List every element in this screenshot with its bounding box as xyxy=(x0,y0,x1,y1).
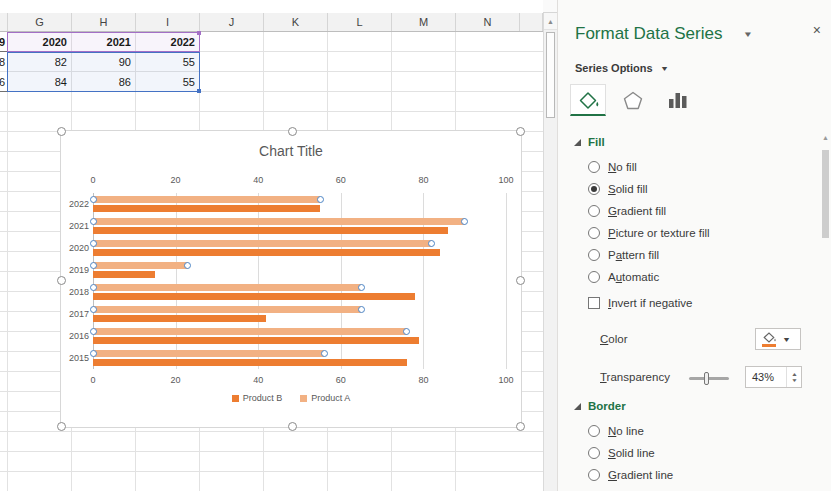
chart-resize-handle[interactable] xyxy=(288,422,297,431)
spin-down-icon[interactable]: ▼ xyxy=(791,378,798,383)
close-icon[interactable]: × xyxy=(813,22,821,38)
bar-product-a-2018[interactable] xyxy=(93,284,361,291)
data-point-handle[interactable] xyxy=(358,306,365,313)
cell[interactable]: 82 xyxy=(8,52,72,72)
radio-no-line[interactable]: No line xyxy=(558,420,819,442)
bar-product-b-2020[interactable] xyxy=(93,249,440,256)
bar-product-b-2022[interactable] xyxy=(93,205,320,212)
tab-series-options[interactable] xyxy=(660,84,696,116)
cell[interactable]: 84 xyxy=(8,72,72,92)
bar-product-b-2018[interactable] xyxy=(93,293,415,300)
data-point-handle[interactable] xyxy=(90,328,97,335)
transparency-spinner[interactable]: 43% ▲ ▼ xyxy=(745,366,802,388)
chart-resize-handle[interactable] xyxy=(57,127,66,136)
fill-section-header[interactable]: Fill xyxy=(574,136,819,148)
pane-scrollbar-thumb[interactable] xyxy=(822,150,829,238)
chevron-down-icon[interactable]: ▼ xyxy=(782,336,791,343)
chart-resize-handle[interactable] xyxy=(516,276,525,285)
data-point-handle[interactable] xyxy=(461,218,468,225)
scroll-up-icon[interactable]: ▲ xyxy=(821,134,830,146)
scrollbar-thumb[interactable] xyxy=(546,32,555,118)
bar-product-a-2021[interactable] xyxy=(93,218,465,225)
bar-product-b-2016[interactable] xyxy=(93,337,419,344)
data-point-handle[interactable] xyxy=(358,284,365,291)
radio-no-fill[interactable]: No fill xyxy=(558,156,819,178)
cell[interactable]: 90 xyxy=(72,52,136,72)
bar-product-a-2015[interactable] xyxy=(93,350,324,357)
bar-product-b-2021[interactable] xyxy=(93,227,448,234)
radio-solid-fill[interactable]: Solid fill xyxy=(558,178,819,200)
transparency-slider[interactable] xyxy=(689,372,729,385)
radio-gradient-line[interactable]: Gradient line xyxy=(558,464,819,486)
data-point-handle[interactable] xyxy=(403,328,410,335)
pane-scrollbar[interactable]: ▲ xyxy=(821,134,830,491)
radio-pattern-fill[interactable]: Pattern fill xyxy=(558,244,819,266)
data-point-handle[interactable] xyxy=(321,350,328,357)
bar-product-b-2019[interactable] xyxy=(93,271,155,278)
series-options-row[interactable]: Series Options ▼ xyxy=(575,62,668,74)
radio-circle[interactable] xyxy=(588,469,600,481)
cell[interactable]: 2020 xyxy=(8,32,72,52)
radio-circle[interactable] xyxy=(588,205,600,217)
tab-fill-line[interactable] xyxy=(570,84,606,116)
fill-color-button[interactable]: ▼ xyxy=(755,328,801,350)
data-point-handle[interactable] xyxy=(184,262,191,269)
cell[interactable]: 55 xyxy=(136,52,200,72)
data-point-handle[interactable] xyxy=(90,262,97,269)
data-point-handle[interactable] xyxy=(428,240,435,247)
radio-circle[interactable] xyxy=(588,227,600,239)
data-point-handle[interactable] xyxy=(317,196,324,203)
bar-product-a-2020[interactable] xyxy=(93,240,432,247)
cell[interactable]: 2022 xyxy=(136,32,200,52)
radio-circle[interactable] xyxy=(588,425,600,437)
bar-product-b-2015[interactable] xyxy=(93,359,407,366)
chart-object[interactable]: Chart Title Product BProduct A 002020404… xyxy=(60,130,522,428)
checkbox[interactable] xyxy=(588,297,600,309)
radio-circle[interactable] xyxy=(588,447,600,459)
radio-automatic[interactable]: Automatic xyxy=(558,266,819,288)
chart-resize-handle[interactable] xyxy=(516,127,525,136)
section-collapse-icon[interactable] xyxy=(574,139,581,146)
legend-item-product-a[interactable]: Product A xyxy=(300,393,350,403)
data-point-handle[interactable] xyxy=(90,240,97,247)
radio-circle[interactable] xyxy=(588,249,600,261)
data-point-handle[interactable] xyxy=(90,218,97,225)
bar-product-a-2019[interactable] xyxy=(93,262,188,269)
tab-effects[interactable] xyxy=(615,84,651,116)
radio-solid-line[interactable]: Solid line xyxy=(558,442,819,464)
chevron-down-icon[interactable]: ▼ xyxy=(743,30,753,39)
radio-circle[interactable] xyxy=(588,271,600,283)
radio-circle[interactable] xyxy=(588,161,600,173)
radio-circle[interactable] xyxy=(588,183,600,195)
data-point-handle[interactable] xyxy=(90,284,97,291)
cell[interactable]: 55 xyxy=(136,72,200,92)
partial-cell[interactable]: 6 xyxy=(0,72,7,92)
bar-product-a-2016[interactable] xyxy=(93,328,407,335)
section-collapse-icon[interactable] xyxy=(574,403,581,410)
chart-title[interactable]: Chart Title xyxy=(61,143,521,159)
chart-resize-handle[interactable] xyxy=(57,276,66,285)
sheet-vertical-scrollbar[interactable]: ▲ xyxy=(543,13,557,491)
data-point-handle[interactable] xyxy=(90,306,97,313)
slider-handle[interactable] xyxy=(704,372,709,385)
radio-picture-or-texture-fill[interactable]: Picture or texture fill xyxy=(558,222,819,244)
transparency-value[interactable]: 43% xyxy=(746,371,786,383)
border-section-header[interactable]: Border xyxy=(574,400,819,412)
radio-gradient-fill[interactable]: Gradient fill xyxy=(558,200,819,222)
invert-if-negative-checkbox[interactable]: Invert if negative xyxy=(558,292,819,314)
partial-cell[interactable]: 9 xyxy=(0,32,7,52)
chart-resize-handle[interactable] xyxy=(288,127,297,136)
partial-cell[interactable]: 8 xyxy=(0,52,7,72)
cell[interactable]: 2021 xyxy=(72,32,136,52)
spreadsheet[interactable]: GHIJKLMN 920202021202288290556848655 Cha… xyxy=(0,0,543,491)
legend-item-product-b[interactable]: Product B xyxy=(232,393,283,403)
chart-resize-handle[interactable] xyxy=(57,422,66,431)
bar-product-a-2022[interactable] xyxy=(93,196,320,203)
data-point-handle[interactable] xyxy=(90,350,97,357)
chevron-down-icon[interactable]: ▼ xyxy=(660,65,669,72)
data-point-handle[interactable] xyxy=(90,196,97,203)
chart-resize-handle[interactable] xyxy=(516,422,525,431)
cell[interactable]: 86 xyxy=(72,72,136,92)
bar-product-b-2017[interactable] xyxy=(93,315,266,322)
scroll-up-button[interactable]: ▲ xyxy=(544,13,557,30)
